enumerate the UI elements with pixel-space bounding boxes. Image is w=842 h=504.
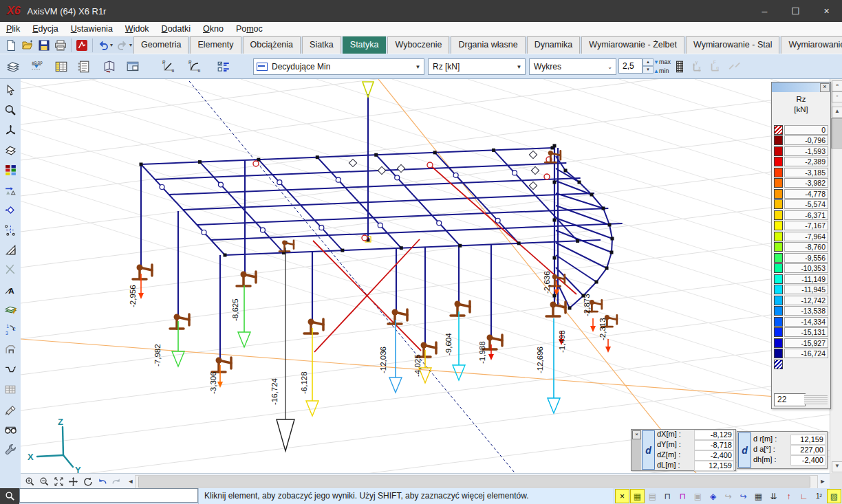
scroll-down-icon[interactable]: ▼ [832, 461, 842, 472]
zoom-icon[interactable] [1, 100, 19, 120]
pu-diagram-linear-icon[interactable]: Pu [160, 58, 177, 76]
tab-siatka[interactable]: Siatka [302, 36, 341, 54]
minmax-toggle[interactable]: ▼max ▲min [654, 58, 671, 76]
undo-dropdown-icon[interactable]: ▾ [110, 42, 113, 48]
legend-caption[interactable]: × [772, 83, 830, 92]
menu-pomoc[interactable]: Pomoc [230, 22, 269, 36]
zoom-in-icon[interactable] [23, 475, 36, 487]
zoom-fit-icon[interactable] [52, 475, 65, 487]
library-icon[interactable] [100, 58, 118, 76]
model-svg[interactable]: -2,956-7,982-8,625-3,306-16,724-6,128-12… [21, 79, 830, 473]
hscroll-thumb[interactable] [138, 476, 810, 487]
report-maker-icon[interactable] [74, 58, 92, 76]
path-tool-icon[interactable]: ↪ [721, 489, 735, 503]
modify-diamond-icon[interactable]: ◈ [706, 489, 720, 503]
result-component-combobox[interactable]: Rz [kN] ▼ [428, 58, 526, 75]
redo-view-icon[interactable] [109, 475, 123, 487]
geometry-transform-icon[interactable] [1, 180, 19, 200]
pan-icon[interactable] [66, 475, 80, 487]
animation-icon[interactable] [671, 58, 689, 76]
tab-elementy[interactable]: Elementy [190, 36, 241, 54]
menu-widok[interactable]: Widok [119, 22, 155, 36]
scroll-up-icon[interactable]: ▲ [832, 107, 842, 118]
table-browser-icon[interactable] [1, 380, 19, 399]
parts-icon[interactable] [1, 220, 19, 240]
load-case-combobox[interactable]: Decydujące Min ▼ [253, 58, 424, 75]
geometry-tools-icon[interactable] [1, 240, 19, 260]
undo-icon[interactable] [95, 38, 111, 53]
search-icon[interactable] [0, 488, 19, 504]
close-button[interactable]: × [811, 0, 842, 22]
scale-spinner[interactable]: 2,5 ▲▼ [618, 58, 654, 74]
settings-icon[interactable] [1, 439, 19, 459]
render-icon[interactable] [1, 399, 19, 419]
polyline-icon[interactable] [1, 360, 19, 380]
workplane-toggle-icon[interactable]: ▨ [827, 489, 841, 503]
menu-edycja[interactable]: Edycja [26, 22, 65, 36]
intersect-icon[interactable] [1, 260, 19, 280]
tab-geometria[interactable]: Geometria [133, 36, 188, 54]
scale-spinner-arrows[interactable]: ▲▼ [643, 58, 654, 74]
menu-dodatki[interactable]: Dodatki [155, 22, 197, 36]
search-input[interactable] [19, 488, 198, 503]
frame-view-icon[interactable]: ⊓ [660, 489, 675, 503]
frame-add-icon[interactable]: ⊓ [676, 489, 690, 503]
paste-parts-icon[interactable]: ▣ [691, 489, 705, 503]
tab-wyboczenie[interactable]: Wyboczenie [387, 36, 449, 54]
save-file-icon[interactable] [36, 38, 52, 53]
color-coding-icon[interactable] [1, 160, 19, 180]
maximize-button[interactable]: ☐ [780, 0, 811, 22]
pu-diagram-nonlinear-icon[interactable]: Pu [186, 58, 204, 76]
new-file-icon[interactable] [3, 38, 19, 53]
close-icon[interactable]: × [632, 430, 641, 439]
background-layers-icon[interactable] [1, 300, 19, 320]
stories-icon[interactable]: ▤ [645, 489, 660, 503]
collapse-toolbar-icon[interactable]: ◄ [124, 475, 138, 487]
spin-down-icon[interactable]: ▼ [643, 66, 654, 74]
views-icon[interactable] [1, 120, 19, 140]
arrows-down-icon[interactable]: ⇊ [766, 489, 781, 503]
load-axes-gray-icon[interactable]: Fq [706, 58, 724, 76]
minimize-button[interactable]: – [749, 0, 780, 22]
grid-cursor-icon[interactable]: ▦ [630, 489, 645, 503]
menu-plik[interactable]: Plik [0, 22, 26, 36]
spin-up-icon[interactable]: ▲ [643, 58, 654, 66]
redo-dropdown-icon[interactable]: ▾ [129, 42, 132, 48]
modify-icon[interactable] [1, 200, 19, 220]
rotate-icon[interactable] [80, 475, 94, 487]
layers-icon[interactable] [4, 58, 22, 76]
vscroll-thumb[interactable] [831, 118, 842, 149]
arrow-up-marker-icon[interactable]: ↑ [781, 489, 796, 503]
zoom-out-icon[interactable] [37, 475, 51, 487]
section-line-gray-icon[interactable] [726, 58, 744, 76]
tab-wymiarowanie-elbet[interactable]: Wymiarowanie - Żelbet [581, 36, 684, 54]
scale-value[interactable]: 2,5 [618, 58, 643, 74]
tab-drgania-w-asne[interactable]: Drgania własne [451, 36, 525, 54]
crosshair-toggle-icon[interactable]: × [615, 489, 629, 503]
selection-cursor-icon[interactable] [1, 80, 19, 100]
local-axes-icon[interactable]: ∟ [797, 489, 811, 503]
print-icon[interactable] [52, 38, 69, 53]
tab-obci-enia[interactable]: Obciążenia [243, 36, 301, 54]
delta-toggle-button[interactable]: d [642, 430, 655, 470]
legend-grip[interactable] [804, 394, 828, 404]
numbering-icon[interactable]: 1² [812, 489, 826, 503]
table-grid-icon[interactable]: ▦ [751, 489, 766, 503]
menu-ustawienia[interactable]: Ustawienia [65, 22, 119, 36]
close-icon[interactable]: × [820, 83, 830, 92]
window-layout-icon[interactable] [124, 58, 142, 76]
result-table-icon[interactable] [52, 58, 70, 76]
hscroll-track[interactable] [135, 475, 818, 489]
vertical-scrollbar[interactable]: × ▫ ▲ ▼ [830, 79, 842, 473]
open-file-icon[interactable] [19, 38, 36, 53]
model-view[interactable]: -2,956-7,982-8,625-3,306-16,724-6,128-12… [21, 79, 830, 473]
renumber-icon[interactable]: 123 [1, 320, 19, 340]
tab-wymiarowanie-d[interactable]: Wymiarowanie - D [781, 36, 842, 54]
pdf-export-icon[interactable] [74, 38, 90, 53]
tab-statyka[interactable]: Statyka [343, 36, 387, 54]
panel-float-icon[interactable]: ▫ [832, 91, 842, 102]
structural-members-icon[interactable] [1, 340, 19, 360]
redo-icon[interactable] [114, 38, 131, 53]
undo-view-icon[interactable] [95, 475, 109, 487]
display-mode-combobox[interactable]: Wykres ⌄ [529, 58, 616, 75]
